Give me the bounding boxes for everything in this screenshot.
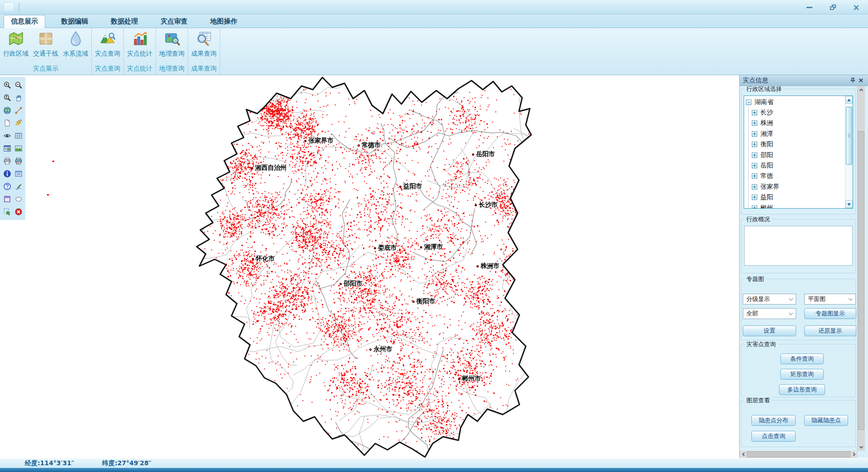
tab-active[interactable]: 信息展示 bbox=[4, 15, 45, 28]
tree-node-label[interactable]: 衡阳 bbox=[760, 140, 773, 148]
tree-node-label[interactable]: 岳阳 bbox=[760, 162, 773, 170]
panel-hscroll-thumb[interactable] bbox=[747, 451, 850, 458]
tree-node-label[interactable]: 郴州 bbox=[760, 204, 773, 208]
ribbon-button[interactable]: 交通干线 bbox=[31, 29, 61, 58]
tree-node-label[interactable]: 邵阳 bbox=[760, 151, 773, 159]
tab[interactable]: 数据处理 bbox=[104, 15, 145, 28]
restore-icon[interactable] bbox=[827, 3, 838, 12]
close-icon[interactable]: × bbox=[851, 3, 862, 12]
zoom-extent-tool[interactable] bbox=[2, 93, 12, 103]
ribbon-button[interactable]: 灾点统计 bbox=[125, 29, 155, 58]
ribbon-button[interactable]: 地理查询 bbox=[157, 29, 187, 58]
panel-horizontal-scrollbar[interactable] bbox=[740, 451, 858, 458]
settings-button[interactable]: 设置 bbox=[743, 325, 796, 336]
tab[interactable]: 地图操作 bbox=[203, 15, 244, 28]
tree-node-label[interactable]: 益阳 bbox=[760, 193, 773, 201]
zoom-out-tool[interactable] bbox=[13, 80, 24, 91]
tree-child-item[interactable]: +郴州 bbox=[752, 203, 844, 208]
tree-expander[interactable]: + bbox=[752, 131, 757, 137]
tree-expander[interactable]: + bbox=[752, 205, 757, 208]
tree-child-item[interactable]: +张家界 bbox=[752, 181, 844, 192]
restore-display-button[interactable]: 还原显示 bbox=[804, 325, 856, 336]
map-area[interactable]: 张家界市常德市岳阳市湘西自治州益阳市长沙市娄底市湘潭市株洲市怀化市邵阳市衡阳市永… bbox=[0, 75, 739, 458]
hazard-distribution-button[interactable]: 隐患点分布 bbox=[751, 415, 796, 426]
minimize-icon[interactable] bbox=[804, 3, 815, 12]
condition-query-button[interactable]: 条件查询 bbox=[780, 353, 824, 364]
pan-tool[interactable] bbox=[13, 93, 24, 103]
tree-node-label[interactable]: 湘潭 bbox=[760, 130, 773, 138]
tree-expander[interactable]: - bbox=[746, 100, 751, 105]
pin-icon[interactable] bbox=[849, 76, 857, 85]
click-query-button[interactable]: 点击查询 bbox=[751, 431, 796, 442]
tree-scroll-thumb[interactable] bbox=[846, 107, 852, 165]
ribbon-button[interactable]: 成果查询 bbox=[189, 29, 219, 58]
polygon-query-button[interactable]: 多边形查询 bbox=[779, 384, 825, 395]
attribute-table-tool[interactable] bbox=[13, 131, 24, 141]
type-select[interactable]: 平面图 bbox=[804, 294, 856, 305]
tree-child-item[interactable]: +湘潭 bbox=[752, 129, 844, 139]
close-toolbar-tool[interactable] bbox=[13, 207, 24, 217]
tree-node-label[interactable]: 长沙 bbox=[760, 109, 773, 117]
tree-child-item[interactable]: +益阳 bbox=[752, 192, 844, 203]
tree-root-item[interactable]: -湖南省 bbox=[746, 97, 844, 107]
scroll-up-icon[interactable] bbox=[858, 86, 865, 93]
ribbon-button[interactable]: 水系流域 bbox=[61, 29, 90, 58]
tree-child-item[interactable]: +邵阳 bbox=[752, 150, 844, 160]
show-thematic-button[interactable]: 专题图显示 bbox=[804, 308, 856, 319]
tree-node-label[interactable]: 张家界 bbox=[760, 183, 779, 191]
tree-expander[interactable]: + bbox=[752, 120, 757, 126]
layer-window-tool[interactable] bbox=[13, 169, 24, 179]
zoom-in-tool[interactable] bbox=[2, 80, 12, 91]
scope-select[interactable]: 全部 bbox=[743, 308, 796, 319]
redraw-tool[interactable] bbox=[13, 118, 24, 129]
tree-node-label[interactable]: 湖南省 bbox=[755, 98, 774, 106]
tree-expander[interactable]: + bbox=[752, 163, 757, 168]
tree-node-label[interactable]: 常德 bbox=[760, 172, 773, 180]
tree-expander[interactable]: + bbox=[752, 173, 757, 179]
measure-tool[interactable] bbox=[13, 105, 24, 116]
frame-tool[interactable] bbox=[2, 194, 12, 205]
select-features-tool[interactable] bbox=[2, 207, 12, 217]
overview-textarea[interactable] bbox=[744, 226, 853, 266]
tree-scroll-down-icon[interactable] bbox=[845, 200, 853, 208]
tree-child-item[interactable]: +株洲 bbox=[752, 118, 844, 129]
tree-node-label[interactable]: 株洲 bbox=[760, 119, 773, 127]
panel-vertical-scrollbar[interactable] bbox=[857, 86, 865, 451]
panel-vscroll-thumb[interactable] bbox=[858, 131, 864, 430]
ribbon-button[interactable]: 行政区域 bbox=[1, 29, 31, 58]
eagle-eye-tool[interactable] bbox=[2, 131, 12, 141]
tab[interactable]: 灾点审查 bbox=[154, 15, 194, 28]
scroll-down-icon[interactable] bbox=[858, 443, 865, 451]
level-select[interactable]: 分级显示 bbox=[743, 294, 796, 305]
tree-expander[interactable]: + bbox=[752, 142, 757, 147]
tree-expander[interactable]: + bbox=[752, 195, 757, 200]
print-preview-tool[interactable] bbox=[13, 156, 24, 167]
tree-child-item[interactable]: +常德 bbox=[752, 171, 844, 181]
tree-scroll-up-icon[interactable] bbox=[845, 96, 853, 104]
panel-close-icon[interactable] bbox=[857, 76, 865, 85]
identify-tool[interactable] bbox=[2, 169, 12, 179]
full-extent-tool[interactable] bbox=[2, 105, 12, 116]
new-page-tool[interactable] bbox=[2, 118, 12, 129]
hunan-province-map[interactable] bbox=[190, 76, 619, 458]
tree-expander[interactable]: + bbox=[752, 153, 757, 158]
hide-hazard-button[interactable]: 隐藏隐患点 bbox=[804, 415, 848, 426]
sketch-tool[interactable] bbox=[13, 181, 24, 192]
scroll-left-icon[interactable] bbox=[740, 451, 747, 458]
rectangle-query-button[interactable]: 矩形查询 bbox=[780, 369, 824, 380]
scroll-right-icon[interactable] bbox=[850, 451, 858, 458]
tree-child-item[interactable]: +岳阳 bbox=[752, 160, 844, 171]
map-image-tool[interactable] bbox=[13, 143, 24, 154]
ribbon-button[interactable]: 灾点查询 bbox=[93, 29, 123, 58]
tree-child-item[interactable]: +衡阳 bbox=[752, 139, 844, 150]
quick-access-button[interactable] bbox=[4, 2, 14, 12]
tree-scrollbar[interactable] bbox=[845, 96, 853, 208]
help-tool[interactable] bbox=[2, 181, 12, 192]
legend-tool[interactable] bbox=[2, 143, 12, 154]
tree-child-item[interactable]: +长沙 bbox=[752, 107, 844, 118]
ellipse-select-tool[interactable] bbox=[13, 194, 24, 205]
tree-expander[interactable]: + bbox=[752, 184, 757, 190]
tree-expander[interactable]: + bbox=[752, 110, 757, 115]
print-tool[interactable] bbox=[2, 156, 12, 167]
tab[interactable]: 数据编辑 bbox=[54, 15, 95, 28]
